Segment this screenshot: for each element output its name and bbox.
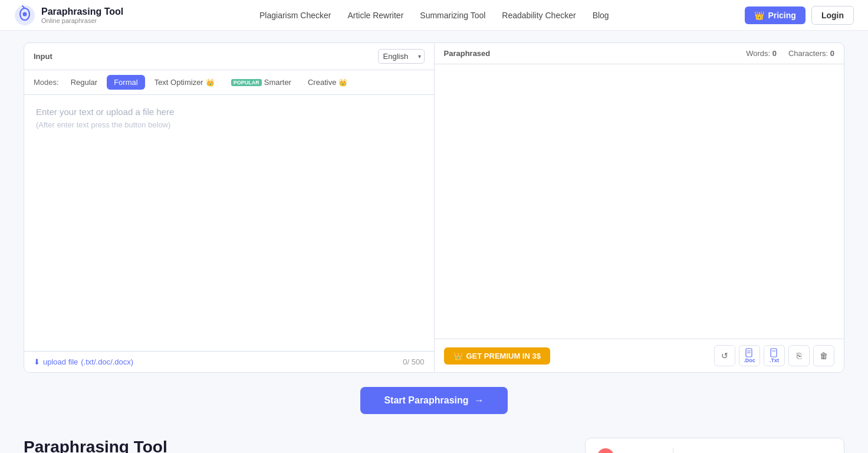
pricing-button[interactable]: 👑 Pricing: [745, 6, 805, 24]
creative-label: Creative: [308, 78, 336, 87]
bottom-right: ◎ Paraphrase Plagiarism Free: [585, 438, 844, 453]
copy-button[interactable]: ⎘: [788, 345, 810, 366]
paraphrase-icon: ◎: [597, 448, 614, 453]
mode-regular[interactable]: Regular: [64, 75, 105, 90]
characters-count: Characters: 0: [788, 49, 834, 58]
pricing-label: Pricing: [768, 11, 795, 20]
txt-icon: [770, 348, 778, 357]
modes-label: Modes:: [34, 78, 59, 87]
output-actions: ↺ .Doc .Txt ⎘ 🗑: [714, 345, 834, 366]
feature-paraphrase: ◎ Paraphrase: [597, 448, 661, 453]
words-label: Words:: [746, 49, 770, 58]
upload-file-link[interactable]: ⬇ upload file(.txt/.doc/.docx): [34, 357, 133, 366]
language-select[interactable]: English Spanish French: [378, 49, 425, 64]
logo-subtitle: Online paraphraser: [41, 17, 123, 24]
nav-readability-checker[interactable]: Readability Checker: [502, 11, 576, 20]
feature-card: ◎ Paraphrase Plagiarism Free: [585, 438, 844, 453]
mode-text-optimizer[interactable]: Text Optimizer 👑: [147, 75, 222, 90]
svg-point-2: [23, 12, 27, 16]
mode-formal[interactable]: Formal: [107, 75, 144, 90]
start-label: Start Paraphrasing: [384, 395, 468, 406]
upload-formats: (.txt/.doc/.docx): [81, 357, 133, 366]
undo-icon: ↺: [721, 351, 728, 360]
modes-bar: Modes: Regular Formal Text Optimizer 👑 P…: [24, 70, 434, 95]
text-optimizer-label: Text Optimizer: [154, 78, 203, 87]
word-char-counts: Words: 0 Characters: 0: [746, 49, 834, 58]
download-txt-button[interactable]: .Txt: [764, 345, 785, 366]
smarter-label: Smarter: [264, 78, 291, 87]
words-value: 0: [772, 49, 777, 58]
right-footer: 👑 GET PREMIUM IN 3$ ↺ .Doc .Txt: [435, 339, 844, 372]
header-actions: 👑 Pricing Login: [745, 6, 854, 25]
text-input[interactable]: [36, 107, 422, 339]
logo-area: Paraphrasing Tool Online paraphraser: [14, 5, 123, 26]
download-doc-button[interactable]: .Doc: [739, 345, 760, 366]
premium-crown-icon: 👑: [453, 352, 463, 360]
language-select-wrap: English Spanish French ▾: [378, 49, 425, 64]
upload-label: upload file: [43, 357, 78, 366]
start-paraphrasing-button[interactable]: Start Paraphrasing →: [360, 387, 507, 414]
logo-title: Paraphrasing Tool: [41, 6, 123, 17]
doc-label: .Doc: [744, 357, 755, 363]
char-count: 0/ 500: [403, 357, 424, 366]
main-nav: Plagiarism Checker Article Rewriter Summ…: [259, 11, 609, 20]
output-label: Paraphrased: [444, 49, 491, 58]
input-area: Enter your text or upload a file here (A…: [24, 95, 434, 351]
characters-label: Characters:: [788, 49, 828, 58]
upload-icon: ⬇: [34, 357, 40, 366]
smarter-popular-badge: POPULAR: [231, 79, 262, 86]
nav-summarizing-tool[interactable]: Summarizing Tool: [420, 11, 485, 20]
feature-divider: [673, 448, 673, 453]
header: Paraphrasing Tool Online paraphraser Pla…: [0, 0, 868, 31]
get-premium-label: GET PREMIUM IN 3$: [466, 352, 541, 360]
left-footer: ⬇ upload file(.txt/.doc/.docx) 0/ 500: [24, 351, 434, 372]
nav-plagiarism-checker[interactable]: Plagiarism Checker: [259, 11, 331, 20]
svg-rect-7: [771, 349, 777, 357]
delete-button[interactable]: 🗑: [813, 345, 834, 366]
input-header-bar: Input English Spanish French ▾: [24, 43, 434, 70]
bottom-left: Paraphrasing Tool: [24, 438, 561, 453]
undo-button[interactable]: ↺: [714, 345, 735, 366]
output-area: [435, 64, 844, 339]
creative-crown-icon: 👑: [338, 78, 347, 87]
doc-icon: [745, 348, 754, 357]
bottom-title: Paraphrasing Tool: [24, 438, 561, 453]
left-panel: Input English Spanish French ▾ Modes: Re…: [24, 43, 435, 372]
nav-blog[interactable]: Blog: [593, 11, 609, 20]
bottom-section: Paraphrasing Tool ◎ Paraphrase Plagiaris…: [0, 424, 868, 453]
logo-icon: [14, 5, 35, 26]
pricing-crown-icon: 👑: [754, 11, 764, 20]
login-button[interactable]: Login: [811, 6, 854, 25]
copy-icon: ⎘: [797, 351, 801, 360]
mode-creative[interactable]: Creative 👑: [301, 75, 354, 90]
mode-smarter[interactable]: POPULAR Smarter: [224, 75, 298, 90]
start-arrow-icon: →: [475, 395, 484, 406]
nav-article-rewriter[interactable]: Article Rewriter: [347, 11, 403, 20]
characters-value: 0: [830, 49, 834, 58]
delete-icon: 🗑: [820, 351, 828, 360]
txt-label: .Txt: [770, 357, 779, 363]
tool-section: Input English Spanish French ▾ Modes: Re…: [0, 31, 868, 373]
input-label: Input: [34, 52, 52, 61]
tool-container: Input English Spanish French ▾ Modes: Re…: [24, 42, 844, 373]
right-panel: Paraphrased Words: 0 Characters: 0 👑: [435, 43, 844, 372]
start-button-area: Start Paraphrasing →: [0, 373, 868, 424]
get-premium-button[interactable]: 👑 GET PREMIUM IN 3$: [444, 347, 550, 365]
output-header-bar: Paraphrased Words: 0 Characters: 0: [435, 43, 844, 64]
words-count: Words: 0: [746, 49, 777, 58]
text-optimizer-crown-icon: 👑: [206, 78, 215, 87]
